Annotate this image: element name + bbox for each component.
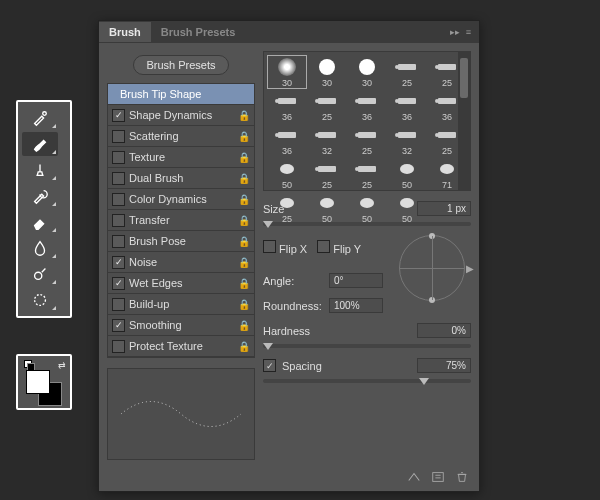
opt-color-dynamics[interactable]: Color Dynamics🔒	[108, 189, 254, 210]
roundness-value[interactable]: 100%	[329, 298, 383, 313]
checkbox-icon[interactable]	[112, 214, 125, 227]
panel-tabbar: Brush Brush Presets ▸▸ ≡	[99, 21, 479, 43]
toggle-live-tip-icon[interactable]	[407, 470, 421, 487]
opt-transfer[interactable]: Transfer🔒	[108, 210, 254, 231]
checkbox-icon[interactable]	[112, 340, 125, 353]
brush-tip-grid[interactable]: 3030302525362536363636322532255025255071…	[263, 51, 471, 191]
hardness-label: Hardness	[263, 325, 310, 337]
trash-icon[interactable]	[455, 470, 469, 487]
spacing-slider[interactable]	[263, 379, 471, 383]
lock-icon[interactable]: 🔒	[238, 341, 250, 352]
brush-tip-cell[interactable]: 32	[308, 124, 346, 156]
brush-settings-column: 3030302525362536363636322532255025255071…	[263, 51, 471, 460]
brush-tip-cell[interactable]: 30	[268, 56, 306, 88]
default-colors-icon[interactable]	[24, 360, 32, 368]
checkbox-icon[interactable]	[112, 235, 125, 248]
history-brush-tool[interactable]	[22, 184, 58, 208]
flip-y-checkbox[interactable]: Flip Y	[317, 240, 361, 255]
tools-toolbar	[16, 100, 72, 318]
scrollbar-thumb[interactable]	[460, 58, 468, 98]
tab-brush-presets[interactable]: Brush Presets	[151, 22, 246, 42]
opt-smoothing[interactable]: Smoothing🔒	[108, 315, 254, 336]
brush-tip-cell[interactable]: 50	[388, 192, 426, 224]
opt-noise[interactable]: Noise🔒	[108, 252, 254, 273]
lock-icon[interactable]: 🔒	[238, 299, 250, 310]
brush-tip-cell[interactable]: 50	[388, 158, 426, 190]
eraser-tool[interactable]	[22, 210, 58, 234]
blur-tool[interactable]	[22, 236, 58, 260]
opt-protect-texture[interactable]: Protect Texture🔒	[108, 336, 254, 357]
angle-dial[interactable]: ▶	[399, 235, 465, 301]
brush-tool[interactable]	[22, 132, 58, 156]
lock-icon[interactable]: 🔒	[238, 278, 250, 289]
new-brush-icon[interactable]	[431, 470, 445, 487]
collapse-icon[interactable]: ▸▸	[450, 27, 460, 37]
lock-icon[interactable]: 🔒	[238, 215, 250, 226]
brush-options-column: Brush Presets Brush Tip Shape Shape Dyna…	[107, 51, 255, 460]
brush-tip-cell[interactable]: 30	[308, 56, 346, 88]
lock-icon[interactable]: 🔒	[238, 236, 250, 247]
brush-presets-button[interactable]: Brush Presets	[133, 55, 228, 75]
opt-brush-tip-shape[interactable]: Brush Tip Shape	[108, 84, 254, 105]
brush-tip-cell[interactable]: 25	[388, 56, 426, 88]
opt-label: Brush Tip Shape	[112, 88, 201, 100]
opt-build-up[interactable]: Build-up🔒	[108, 294, 254, 315]
opt-wet-edges[interactable]: Wet Edges🔒	[108, 273, 254, 294]
checkbox-icon[interactable]	[112, 193, 125, 206]
checkbox-icon[interactable]	[112, 277, 125, 290]
brush-tip-cell[interactable]: 36	[388, 90, 426, 122]
brush-tip-cell[interactable]: 25	[348, 158, 386, 190]
size-slider[interactable]	[263, 222, 471, 226]
brush-tip-cell[interactable]: 32	[388, 124, 426, 156]
brush-tip-cell[interactable]: 25	[308, 158, 346, 190]
stamp-tool[interactable]	[22, 158, 58, 182]
lock-icon[interactable]: 🔒	[238, 173, 250, 184]
spacing-label: Spacing	[282, 360, 322, 372]
lock-icon[interactable]: 🔒	[238, 194, 250, 205]
dodge-tool[interactable]	[22, 262, 58, 286]
checkbox-icon[interactable]	[112, 256, 125, 269]
angle-value[interactable]: 0°	[329, 273, 383, 288]
roundness-label: Roundness:	[263, 300, 322, 312]
brush-tip-cell[interactable]: 25	[348, 124, 386, 156]
spacing-checkbox[interactable]	[263, 359, 276, 372]
opt-scattering[interactable]: Scattering🔒	[108, 126, 254, 147]
checkbox-icon[interactable]	[112, 298, 125, 311]
swap-colors-icon[interactable]: ⇄	[58, 360, 66, 370]
opt-brush-pose[interactable]: Brush Pose🔒	[108, 231, 254, 252]
svg-point-0	[43, 112, 47, 116]
brush-tip-cell[interactable]: 25	[268, 192, 306, 224]
opt-dual-brush[interactable]: Dual Brush🔒	[108, 168, 254, 189]
checkbox-icon[interactable]	[112, 109, 125, 122]
brush-tip-cell[interactable]: 36	[268, 90, 306, 122]
opt-shape-dynamics[interactable]: Shape Dynamics🔒	[108, 105, 254, 126]
lock-icon[interactable]: 🔒	[238, 257, 250, 268]
checkbox-icon[interactable]	[112, 151, 125, 164]
brush-grid-scrollbar[interactable]	[458, 52, 470, 190]
flip-x-checkbox[interactable]: Flip X	[263, 240, 307, 255]
brush-tip-cell[interactable]: 50	[348, 192, 386, 224]
brush-panel: Brush Brush Presets ▸▸ ≡ Brush Presets B…	[98, 20, 480, 492]
panel-menu-icon[interactable]: ≡	[466, 27, 471, 37]
foreground-color-swatch[interactable]	[26, 370, 50, 394]
brush-tip-cell[interactable]: 25	[308, 90, 346, 122]
pen-tool[interactable]	[22, 288, 58, 312]
brush-tip-cell[interactable]: 50	[268, 158, 306, 190]
checkbox-icon[interactable]	[112, 172, 125, 185]
brush-tip-cell[interactable]: 30	[348, 56, 386, 88]
brush-tip-cell[interactable]: 36	[268, 124, 306, 156]
lock-icon[interactable]: 🔒	[238, 110, 250, 121]
checkbox-icon[interactable]	[112, 319, 125, 332]
lock-icon[interactable]: 🔒	[238, 131, 250, 142]
hardness-slider[interactable]	[263, 344, 471, 348]
spacing-value[interactable]: 75%	[417, 358, 471, 373]
brush-tip-cell[interactable]: 50	[308, 192, 346, 224]
checkbox-icon[interactable]	[112, 130, 125, 143]
healing-brush-tool[interactable]	[22, 106, 58, 130]
brush-tip-cell[interactable]: 36	[348, 90, 386, 122]
lock-icon[interactable]: 🔒	[238, 152, 250, 163]
hardness-value[interactable]: 0%	[417, 323, 471, 338]
lock-icon[interactable]: 🔒	[238, 320, 250, 331]
opt-texture[interactable]: Texture🔒	[108, 147, 254, 168]
tab-brush[interactable]: Brush	[99, 22, 151, 42]
